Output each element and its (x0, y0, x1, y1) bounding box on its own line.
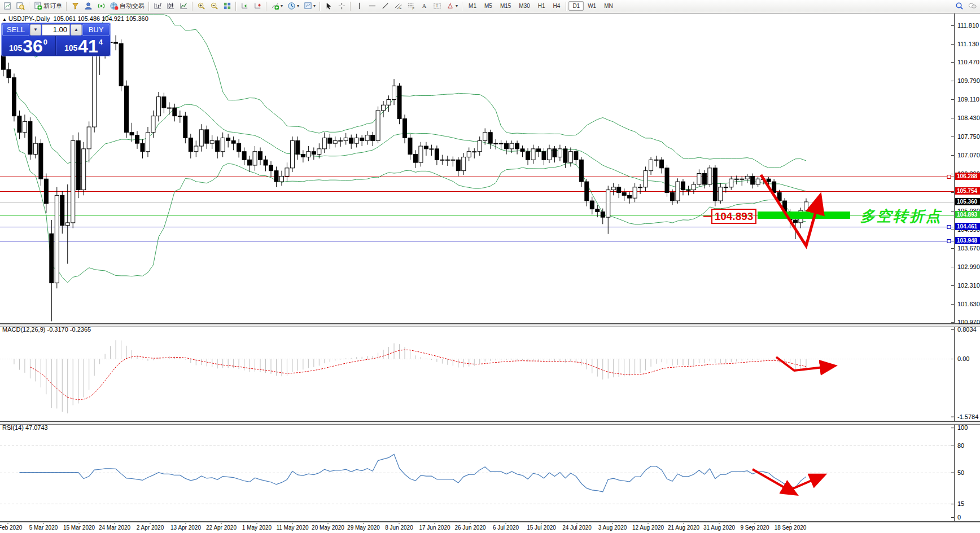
periods-button[interactable]: ▾ (286, 1, 301, 12)
date-axis-label[interactable]: 6 Jul 2020 (493, 525, 519, 531)
equidistant-channel-button[interactable]: E (392, 1, 404, 12)
price-level-label[interactable]: 103.948 (955, 237, 980, 244)
date-axis-label[interactable]: 31 Aug 2020 (703, 525, 735, 531)
profiles-button[interactable] (15, 1, 27, 12)
date-axis-label[interactable]: 2 Apr 2020 (137, 525, 164, 531)
date-axis-label[interactable]: 17 Jun 2020 (419, 525, 450, 531)
toolbar-separator (235, 2, 237, 11)
timeframe-d1-button[interactable]: D1 (568, 1, 584, 11)
toolbar-right-group (953, 1, 979, 12)
community-button[interactable] (966, 1, 978, 12)
date-axis-label[interactable]: 29 May 2020 (347, 525, 380, 531)
timeframe-mn-button[interactable]: MN (600, 1, 617, 11)
profiles-icon (16, 2, 25, 10)
signals-icon (97, 2, 106, 10)
date-axis-label[interactable]: 20 May 2020 (312, 525, 344, 531)
price-level-label[interactable]: 104.461 (955, 223, 980, 230)
text-label-button[interactable]: T (431, 1, 443, 12)
price-level-label[interactable]: 105.754 (955, 187, 980, 195)
crosshair-icon (338, 2, 346, 10)
date-axis-label[interactable]: 22 Apr 2020 (206, 525, 237, 531)
arrows-button[interactable]: ▾ (444, 1, 460, 12)
sell-price[interactable]: 105 36 0 (1, 36, 56, 55)
date-axis-label[interactable]: 5 Feb 2020 (0, 525, 22, 531)
svg-text:T: T (436, 3, 439, 8)
date-axis-label[interactable]: 5 Mar 2020 (29, 525, 58, 531)
trendline-button[interactable] (379, 1, 391, 12)
timeframe-m5-button[interactable]: M5 (480, 1, 496, 11)
macd-header: MACD(12,26,9) -0.3170 -0.2365 (2, 326, 91, 333)
price-level-label[interactable]: 104.893 (955, 211, 980, 218)
horizontal-line-button[interactable] (366, 1, 378, 12)
text-button[interactable]: A (418, 1, 430, 12)
timeframe-w1-button[interactable]: W1 (584, 1, 600, 11)
buy-button[interactable]: BUY (82, 24, 110, 36)
svg-text:F: F (412, 7, 414, 10)
line-chart-mode-button[interactable] (178, 1, 190, 12)
price-level-label[interactable]: 105.360 (955, 198, 980, 205)
macd-pane-separator[interactable] (0, 323, 980, 327)
turning-point-label[interactable]: 多空转折点 (860, 206, 942, 226)
date-axis-label[interactable]: 21 Aug 2020 (668, 525, 699, 531)
date-axis-label[interactable]: 15 Jul 2020 (527, 525, 556, 531)
price-level-label[interactable]: 106.288 (955, 173, 980, 180)
crosshair-button[interactable] (336, 1, 348, 12)
history-center-button[interactable] (69, 1, 81, 12)
volume-increase-button[interactable]: ▲ (71, 24, 82, 36)
buy-price[interactable]: 105 41 4 (56, 36, 111, 55)
auto-trading-button[interactable]: 自动交易 (108, 1, 146, 12)
new-order-button[interactable]: 新订单 (32, 1, 64, 12)
date-axis-label[interactable]: 15 Mar 2020 (63, 525, 95, 531)
chevron-down-icon[interactable]: ▾ (281, 3, 283, 8)
date-axis-label[interactable]: 11 May 2020 (276, 525, 308, 531)
date-axis-label[interactable]: 3 Aug 2020 (598, 525, 627, 531)
timeframe-m1-button[interactable]: M1 (465, 1, 480, 11)
volume-input[interactable]: 1.00 (42, 24, 70, 36)
date-axis-label[interactable]: 24 Mar 2020 (99, 525, 130, 531)
chevron-down-icon[interactable]: ▾ (297, 3, 299, 8)
chevron-down-icon[interactable]: ▾ (313, 3, 316, 8)
date-axis-label[interactable]: 8 Jun 2020 (385, 525, 413, 531)
main-toolbar: 新订单自动交易▾▾▾EFAT▾M1M5M15M30H1H4D1W1MN (0, 0, 980, 12)
date-axis-label[interactable]: 26 Jun 2020 (454, 525, 485, 531)
tile-windows-button[interactable] (221, 1, 233, 12)
vertical-line-button[interactable] (353, 1, 365, 12)
auto-trading-icon (110, 2, 119, 10)
date-axis-label[interactable]: 9 Sep 2020 (740, 525, 769, 531)
timeframe-m15-button[interactable]: M15 (496, 1, 515, 11)
date-axis-label[interactable]: 24 Jul 2020 (562, 525, 592, 531)
new-chart-button[interactable] (2, 1, 14, 12)
candle-chart-mode-button[interactable] (165, 1, 177, 12)
timeframe-h4-button[interactable]: H4 (549, 1, 565, 11)
zoom-in-button[interactable] (195, 1, 207, 12)
date-axis-label[interactable]: 1 May 2020 (242, 525, 272, 531)
chevron-down-icon[interactable]: ▾ (456, 3, 458, 8)
search-button[interactable] (953, 1, 965, 12)
price-tick-label: 107.070 (957, 152, 980, 158)
terminal-button[interactable] (82, 1, 94, 12)
volume-decrease-button[interactable]: ▼ (30, 24, 41, 36)
chart-shift-button[interactable] (252, 1, 264, 12)
cursor-icon (325, 2, 333, 10)
templates-button[interactable]: ▾ (302, 1, 317, 12)
rsi-pane-separator[interactable] (0, 421, 980, 425)
timeframe-h1-button[interactable]: H1 (534, 1, 549, 11)
signals-button[interactable] (95, 1, 107, 12)
toolbar-separator (320, 2, 321, 11)
price-annotation-box[interactable]: 104.893 (711, 209, 756, 224)
bar-chart-mode-button[interactable] (152, 1, 164, 12)
indicators-button[interactable]: ▾ (269, 1, 285, 12)
fibonacci-button[interactable]: F (405, 1, 417, 12)
auto-scroll-button[interactable] (239, 1, 251, 12)
date-axis-label[interactable]: 13 Apr 2020 (170, 525, 201, 531)
zoom-out-button[interactable] (208, 1, 220, 12)
date-axis-label[interactable]: 12 Aug 2020 (632, 525, 664, 531)
sell-button[interactable]: SELL (2, 24, 29, 36)
cursor-button[interactable] (323, 1, 335, 12)
chart-area[interactable] (0, 13, 980, 533)
timeframe-m30-button[interactable]: M30 (515, 1, 533, 11)
date-axis-label[interactable]: 18 Sep 2020 (775, 525, 807, 531)
toolbar-separator (29, 2, 30, 11)
chart-shift-icon (253, 2, 262, 10)
svg-text:A: A (422, 3, 427, 9)
